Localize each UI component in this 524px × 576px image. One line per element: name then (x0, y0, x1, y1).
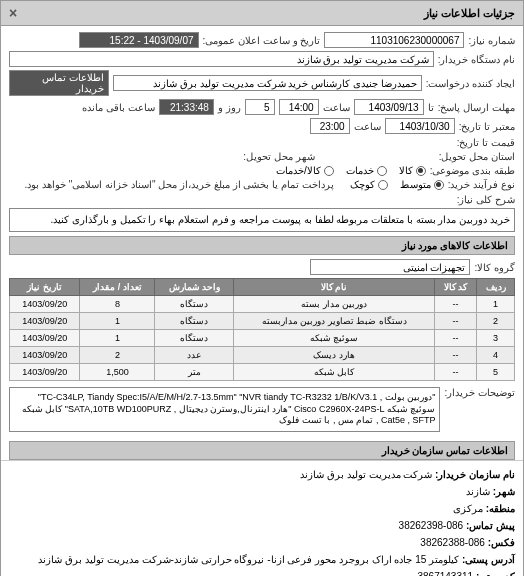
creator-value: حمیدرضا جنیدی کارشناس خرید شرکت مدیریت ت… (113, 75, 422, 91)
buyer-name-value: شرکت مدیریت تولید برق شازند (9, 51, 434, 67)
goods-info-header: اطلاعات کالاهای مورد نیاز (9, 236, 515, 255)
table-cell: دستگاه ضبط تصاویر دوربین مداربسته (234, 313, 435, 330)
table-cell: دستگاه (155, 330, 234, 347)
radio-kala-khadamat[interactable]: کالا/خدمات (276, 165, 334, 176)
table-cell: سوئیچ شبکه (234, 330, 435, 347)
valid-hour-label: ساعت (354, 121, 381, 132)
table-row: 3--سوئیچ شبکهدستگاه11403/09/20 (10, 330, 515, 347)
deadline-remain-label: ساعت باقی مانده (82, 102, 155, 113)
announce-value: 1403/09/07 - 15:22 (79, 32, 199, 48)
postal-label: کد پستی: (476, 571, 515, 576)
table-cell: -- (434, 313, 476, 330)
need-desc-text: خرید دوربین مدار بسته با متعلقات مربوطه … (9, 208, 515, 232)
phone-value: 086-38262398 (399, 520, 464, 531)
dialog-header: جزئیات اطلاعات نیاز × (1, 1, 523, 26)
buyer-notes-text: "دوربین بولت , TC-C34LP, Tiandy Spec:I5/… (9, 387, 440, 432)
table-cell: عدد (155, 347, 234, 364)
deadline-date: 1403/09/13 (354, 99, 424, 115)
table-cell: کابل شبکه (234, 364, 435, 381)
table-cell: متر (155, 364, 234, 381)
city-value: شازند (466, 486, 490, 497)
table-cell: 4 (477, 347, 515, 364)
table-cell: -- (434, 296, 476, 313)
table-cell: دستگاه (155, 296, 234, 313)
valid-hour: 23:00 (310, 118, 350, 134)
deadline-hour-label: ساعت (323, 102, 350, 113)
dialog-title: جزئیات اطلاعات نیاز (424, 7, 515, 20)
deadline-label: مهلت ارسال پاسخ: (438, 102, 515, 113)
table-cell: 2 (477, 313, 515, 330)
org-label: نام سازمان خریدار: (435, 469, 515, 480)
table-cell: 1 (80, 313, 155, 330)
deadline-time: 21:33:48 (159, 99, 214, 115)
table-cell: 1403/09/20 (10, 364, 80, 381)
th-date: تاریخ نیاز (10, 279, 80, 296)
radio-khadamat[interactable]: خدمات (346, 165, 387, 176)
request-no-label: شماره نیاز: (468, 35, 515, 46)
table-cell: -- (434, 364, 476, 381)
phone-label: پیش تماس: (466, 520, 515, 531)
deadline-days: 5 (245, 99, 275, 115)
goods-group-label: گروه کالا: (474, 262, 515, 273)
deadline-prefix: تا (428, 102, 434, 113)
table-cell: 1403/09/20 (10, 347, 80, 364)
area-label: منطقه: (486, 503, 515, 514)
contact-label[interactable]: اطلاعات تماس خریدار (9, 70, 109, 96)
purchase-radio-group: متوسط کوچک (350, 179, 444, 190)
table-cell: دوربین مدار بسته (234, 296, 435, 313)
table-cell: 1 (477, 296, 515, 313)
table-row: 2--دستگاه ضبط تصاویر دوربین مداربستهدستگ… (10, 313, 515, 330)
th-row: ردیف (477, 279, 515, 296)
address-value: کیلومتر 15 جاده اراک بروجرد محور فرعی از… (38, 554, 459, 565)
payment-note: پرداخت تمام یا بخشی از مبلغ خرید،از محل … (24, 179, 333, 190)
goods-group-value: تجهیزات امنیتی (310, 259, 470, 275)
th-unit: واحد شمارش (155, 279, 234, 296)
th-name: نام کالا (234, 279, 435, 296)
radio-kala[interactable]: کالا (399, 165, 426, 176)
table-cell: 5 (477, 364, 515, 381)
price-label: قیمت تا تاریخ: (457, 137, 515, 148)
th-qty: تعداد / مقدار (80, 279, 155, 296)
deadline-day-label: روز و (218, 102, 241, 113)
table-cell: 8 (80, 296, 155, 313)
table-cell: 1403/09/20 (10, 330, 80, 347)
category-radio-group: کالا خدمات کالا/خدمات (276, 165, 426, 176)
need-desc-label: شرح کلی نیاز: (457, 194, 515, 205)
table-cell: 1,500 (80, 364, 155, 381)
table-cell: -- (434, 347, 476, 364)
goods-table: ردیف کد کالا نام کالا واحد شمارش تعداد /… (9, 278, 515, 381)
table-cell: 3 (477, 330, 515, 347)
contact-info-header: اطلاعات تماس سازمان خریدار (9, 441, 515, 460)
table-cell: 1403/09/20 (10, 296, 80, 313)
org-value: شرکت مدیریت تولید برق شازند (300, 469, 432, 480)
purchase-type-label: نوع فرآیند خرید: (448, 179, 515, 190)
request-no-value: 1103106230000067 (324, 32, 464, 48)
postal-value: 3867143311 (417, 571, 473, 576)
table-cell: 1 (80, 330, 155, 347)
table-row: 1--دوربین مدار بستهدستگاه81403/09/20 (10, 296, 515, 313)
fax-value: 086-38262388 (420, 537, 485, 548)
buyer-name-label: نام دستگاه خریدار: (438, 54, 515, 65)
buyer-notes-label: توضیحات خریدار: (444, 385, 515, 398)
table-cell: 2 (80, 347, 155, 364)
table-cell: -- (434, 330, 476, 347)
address-label: آدرس پستی: (462, 554, 515, 565)
fax-label: فکس: (488, 537, 515, 548)
delivery-label: استان محل تحویل: (439, 151, 515, 162)
radio-koli[interactable]: کوچک (350, 179, 388, 190)
announce-label: تاریخ و ساعت اعلان عمومی: (203, 35, 321, 46)
th-code: کد کالا (434, 279, 476, 296)
valid-date: 1403/10/30 (385, 118, 455, 134)
valid-label: معتبر تا تاریخ: (459, 121, 515, 132)
radio-motavaset[interactable]: متوسط (400, 179, 444, 190)
table-cell: 1403/09/20 (10, 313, 80, 330)
area-value: مرکزی (453, 503, 483, 514)
table-row: 5--کابل شبکهمتر1,5001403/09/20 (10, 364, 515, 381)
city-label: شهر: (493, 486, 515, 497)
creator-label: ایجاد کننده درخواست: (426, 78, 515, 89)
table-cell: هارد دیسک (234, 347, 435, 364)
deadline-hour: 14:00 (279, 99, 319, 115)
group-label: طبقه بندی موضوعی: (430, 165, 515, 176)
close-icon[interactable]: × (9, 5, 17, 21)
table-row: 4--هارد دیسکعدد21403/09/20 (10, 347, 515, 364)
